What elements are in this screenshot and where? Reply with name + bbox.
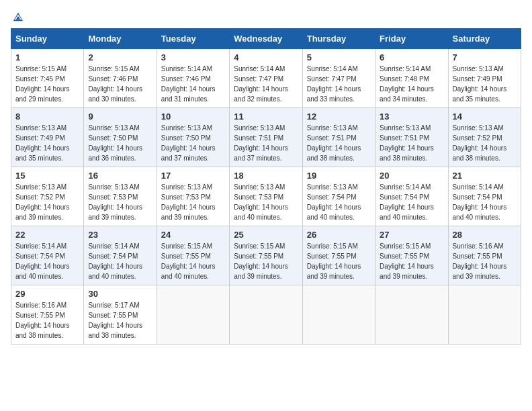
day-info: Sunrise: 5:13 AMSunset: 7:53 PMDaylight:… — [88, 183, 142, 221]
calendar-day-15: 15 Sunrise: 5:13 AMSunset: 7:52 PMDaylig… — [11, 167, 84, 226]
day-info: Sunrise: 5:15 AMSunset: 7:46 PMDaylight:… — [88, 65, 142, 103]
column-header-monday: Monday — [84, 29, 157, 49]
calendar-week-3: 15 Sunrise: 5:13 AMSunset: 7:52 PMDaylig… — [11, 167, 521, 226]
empty-cell — [302, 285, 375, 345]
empty-cell — [448, 285, 521, 345]
calendar-day-13: 13 Sunrise: 5:13 AMSunset: 7:51 PMDaylig… — [375, 108, 448, 167]
day-number: 16 — [88, 171, 152, 181]
calendar-day-12: 12 Sunrise: 5:13 AMSunset: 7:51 PMDaylig… — [302, 108, 375, 167]
day-number: 27 — [380, 230, 443, 240]
day-number: 3 — [161, 52, 225, 62]
calendar-week-2: 8 Sunrise: 5:13 AMSunset: 7:49 PMDayligh… — [11, 108, 521, 167]
day-info: Sunrise: 5:14 AMSunset: 7:54 PMDaylight:… — [453, 183, 507, 221]
calendar-day-8: 8 Sunrise: 5:13 AMSunset: 7:49 PMDayligh… — [11, 108, 84, 167]
day-info: Sunrise: 5:13 AMSunset: 7:52 PMDaylight:… — [15, 183, 70, 221]
day-number: 29 — [15, 289, 79, 299]
calendar-day-27: 27 Sunrise: 5:15 AMSunset: 7:55 PMDaylig… — [375, 226, 448, 285]
calendar-day-4: 4 Sunrise: 5:14 AMSunset: 7:47 PMDayligh… — [230, 49, 302, 108]
day-number: 15 — [15, 171, 79, 181]
calendar-week-5: 29 Sunrise: 5:16 AMSunset: 7:55 PMDaylig… — [11, 285, 521, 345]
day-number: 1 — [15, 52, 79, 62]
day-info: Sunrise: 5:15 AMSunset: 7:55 PMDaylight:… — [307, 242, 361, 280]
day-info: Sunrise: 5:13 AMSunset: 7:54 PMDaylight:… — [307, 183, 361, 221]
day-info: Sunrise: 5:15 AMSunset: 7:55 PMDaylight:… — [161, 242, 216, 280]
logo — [11, 11, 24, 23]
day-number: 26 — [307, 230, 371, 240]
day-info: Sunrise: 5:15 AMSunset: 7:45 PMDaylight:… — [15, 65, 70, 103]
day-number: 24 — [161, 230, 225, 240]
day-number: 30 — [88, 289, 152, 299]
calendar-header-row: SundayMondayTuesdayWednesdayThursdayFrid… — [11, 29, 521, 49]
day-info: Sunrise: 5:14 AMSunset: 7:48 PMDaylight:… — [380, 65, 434, 103]
day-info: Sunrise: 5:13 AMSunset: 7:49 PMDaylight:… — [15, 124, 70, 162]
day-number: 22 — [15, 230, 79, 240]
day-number: 2 — [88, 52, 152, 62]
day-info: Sunrise: 5:16 AMSunset: 7:55 PMDaylight:… — [453, 242, 507, 280]
day-info: Sunrise: 5:14 AMSunset: 7:54 PMDaylight:… — [88, 242, 142, 280]
day-number: 19 — [307, 171, 371, 181]
calendar-day-6: 6 Sunrise: 5:14 AMSunset: 7:48 PMDayligh… — [375, 49, 448, 108]
day-info: Sunrise: 5:14 AMSunset: 7:47 PMDaylight:… — [234, 65, 288, 103]
calendar-day-18: 18 Sunrise: 5:13 AMSunset: 7:53 PMDaylig… — [230, 167, 302, 226]
day-number: 28 — [453, 230, 517, 240]
calendar-day-28: 28 Sunrise: 5:16 AMSunset: 7:55 PMDaylig… — [448, 226, 521, 285]
day-number: 4 — [234, 52, 298, 62]
calendar-table: SundayMondayTuesdayWednesdayThursdayFrid… — [11, 28, 521, 345]
calendar-day-3: 3 Sunrise: 5:14 AMSunset: 7:46 PMDayligh… — [157, 49, 229, 108]
empty-cell — [230, 285, 302, 345]
day-info: Sunrise: 5:14 AMSunset: 7:54 PMDaylight:… — [15, 242, 70, 280]
day-info: Sunrise: 5:14 AMSunset: 7:47 PMDaylight:… — [307, 65, 361, 103]
day-info: Sunrise: 5:13 AMSunset: 7:53 PMDaylight:… — [161, 183, 216, 221]
day-number: 8 — [15, 111, 79, 122]
calendar-day-22: 22 Sunrise: 5:14 AMSunset: 7:54 PMDaylig… — [11, 226, 84, 285]
day-number: 10 — [161, 111, 225, 122]
calendar-day-25: 25 Sunrise: 5:15 AMSunset: 7:55 PMDaylig… — [230, 226, 302, 285]
page-header — [11, 11, 521, 23]
day-number: 23 — [88, 230, 152, 240]
day-number: 12 — [307, 111, 371, 122]
calendar-day-17: 17 Sunrise: 5:13 AMSunset: 7:53 PMDaylig… — [157, 167, 229, 226]
column-header-saturday: Saturday — [448, 29, 521, 49]
column-header-tuesday: Tuesday — [157, 29, 229, 49]
calendar-day-7: 7 Sunrise: 5:13 AMSunset: 7:49 PMDayligh… — [448, 49, 521, 108]
calendar-day-30: 30 Sunrise: 5:17 AMSunset: 7:55 PMDaylig… — [84, 285, 157, 345]
day-number: 6 — [380, 52, 443, 62]
calendar-day-16: 16 Sunrise: 5:13 AMSunset: 7:53 PMDaylig… — [84, 167, 157, 226]
calendar-week-4: 22 Sunrise: 5:14 AMSunset: 7:54 PMDaylig… — [11, 226, 521, 285]
calendar-day-19: 19 Sunrise: 5:13 AMSunset: 7:54 PMDaylig… — [302, 167, 375, 226]
calendar-day-1: 1 Sunrise: 5:15 AMSunset: 7:45 PMDayligh… — [11, 49, 84, 108]
calendar-day-14: 14 Sunrise: 5:13 AMSunset: 7:52 PMDaylig… — [448, 108, 521, 167]
day-info: Sunrise: 5:13 AMSunset: 7:50 PMDaylight:… — [88, 124, 142, 162]
calendar-day-24: 24 Sunrise: 5:15 AMSunset: 7:55 PMDaylig… — [157, 226, 229, 285]
day-number: 7 — [453, 52, 517, 62]
calendar-day-9: 9 Sunrise: 5:13 AMSunset: 7:50 PMDayligh… — [84, 108, 157, 167]
calendar-day-2: 2 Sunrise: 5:15 AMSunset: 7:46 PMDayligh… — [84, 49, 157, 108]
day-info: Sunrise: 5:17 AMSunset: 7:55 PMDaylight:… — [88, 302, 142, 339]
column-header-thursday: Thursday — [302, 29, 375, 49]
calendar-day-23: 23 Sunrise: 5:14 AMSunset: 7:54 PMDaylig… — [84, 226, 157, 285]
day-number: 9 — [88, 111, 152, 122]
day-info: Sunrise: 5:13 AMSunset: 7:51 PMDaylight:… — [380, 124, 434, 162]
day-info: Sunrise: 5:13 AMSunset: 7:51 PMDaylight:… — [307, 124, 361, 162]
calendar-week-1: 1 Sunrise: 5:15 AMSunset: 7:45 PMDayligh… — [11, 49, 521, 108]
day-number: 17 — [161, 171, 225, 181]
day-number: 21 — [453, 171, 517, 181]
day-info: Sunrise: 5:13 AMSunset: 7:50 PMDaylight:… — [161, 124, 216, 162]
column-header-sunday: Sunday — [11, 29, 84, 49]
day-number: 14 — [453, 111, 517, 122]
day-number: 13 — [380, 111, 443, 122]
day-info: Sunrise: 5:16 AMSunset: 7:55 PMDaylight:… — [15, 302, 70, 339]
day-number: 5 — [307, 52, 371, 62]
empty-cell — [157, 285, 229, 345]
column-header-friday: Friday — [375, 29, 448, 49]
day-number: 18 — [234, 171, 298, 181]
day-info: Sunrise: 5:15 AMSunset: 7:55 PMDaylight:… — [380, 242, 434, 280]
calendar-day-10: 10 Sunrise: 5:13 AMSunset: 7:50 PMDaylig… — [157, 108, 229, 167]
calendar-day-21: 21 Sunrise: 5:14 AMSunset: 7:54 PMDaylig… — [448, 167, 521, 226]
day-info: Sunrise: 5:13 AMSunset: 7:53 PMDaylight:… — [234, 183, 288, 221]
day-info: Sunrise: 5:13 AMSunset: 7:52 PMDaylight:… — [453, 124, 507, 162]
day-number: 25 — [234, 230, 298, 240]
calendar-day-5: 5 Sunrise: 5:14 AMSunset: 7:47 PMDayligh… — [302, 49, 375, 108]
day-info: Sunrise: 5:14 AMSunset: 7:46 PMDaylight:… — [161, 65, 216, 103]
calendar-day-11: 11 Sunrise: 5:13 AMSunset: 7:51 PMDaylig… — [230, 108, 302, 167]
